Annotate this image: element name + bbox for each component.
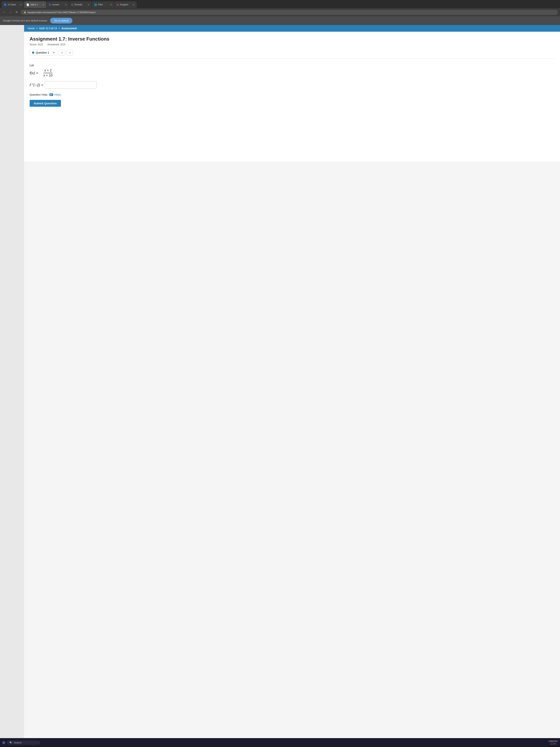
browser-chrome: 🔵 In-Class ✕ 📄 Unit 1: I ✕ G convert ✕ C… — [0, 0, 560, 25]
math-formula: f(x) = x + 2 x + 10 — [30, 69, 555, 77]
tab-in-class[interactable]: 🔵 In-Class ✕ — [1, 1, 24, 8]
question-dot — [32, 52, 34, 54]
video-icon: ▶ — [49, 93, 53, 96]
tab-label-convert: convert — [52, 3, 59, 6]
submit-question-button[interactable]: Submit Question — [30, 100, 61, 107]
search-placeholder: Search — [14, 741, 22, 744]
ticker-change: -0.24% — [549, 743, 558, 745]
fraction-numerator: x + 2 — [44, 69, 52, 73]
video-label: Video — [54, 93, 61, 96]
next-question-button[interactable]: > — [67, 50, 73, 55]
score-label: Score: 0/15 — [30, 43, 43, 46]
sidebar — [0, 25, 24, 747]
tab-icon-assignments: M — [117, 3, 119, 6]
ticker-widget: USD/CNY -0.24% — [549, 740, 558, 745]
question-help: Question Help: ▶ Video — [30, 93, 555, 96]
tab-unit1[interactable]: 📄 Unit 1: I ✕ — [24, 1, 46, 8]
main-content: Home > Math 32 Fall 24 > Assessment Assi… — [24, 25, 560, 747]
banner-text: Google Chrome isn't your default browser — [3, 19, 47, 22]
set-default-button[interactable]: Set as default — [50, 18, 73, 24]
tab-icon-periodic: C — [72, 3, 73, 6]
taskbar-search[interactable]: 🔍 Search — [7, 741, 40, 745]
function-notation: f(x) = — [30, 71, 38, 75]
ticker-symbol: USD/CNY — [549, 740, 558, 743]
address-bar-row: ← → ↻ 🔒 myopenmath.com/assess2/?cid=2462… — [0, 8, 560, 16]
back-button[interactable]: ← — [2, 10, 7, 15]
default-browser-banner: Google Chrome isn't your default browser… — [0, 16, 560, 25]
tab-label-in-class: In-Class — [8, 3, 16, 6]
breadcrumb: Home > Math 32 Fall 24 > Assessment — [24, 25, 560, 32]
tab-icon-convert: G — [49, 3, 51, 6]
tab-close-in-class[interactable]: ✕ — [20, 3, 22, 6]
tab-files[interactable]: 🌐 Files ✕ — [92, 1, 114, 8]
tab-close-files[interactable]: ✕ — [110, 3, 112, 6]
answered-label: Answered: 0/15 — [47, 43, 65, 46]
math-fraction: x + 2 x + 10 — [43, 69, 53, 77]
lock-icon: 🔒 — [24, 11, 26, 14]
tab-label-periodic: Periodic — [74, 3, 82, 6]
taskbar-right: USD/CNY -0.24% — [549, 740, 558, 745]
fraction-denominator: x + 10 — [43, 73, 53, 77]
tab-close-unit1[interactable]: ✕ — [43, 3, 44, 6]
tab-icon-in-class: 🔵 — [4, 3, 7, 6]
question-label: Question 1 — [36, 51, 49, 54]
prev-question-button[interactable]: < — [59, 50, 65, 55]
math-section: Let f(x) = x + 2 x + 10 f−1(−2) = — [30, 64, 555, 107]
address-bar[interactable]: 🔒 myopenmath.com/assess2/?cid=246279&aid… — [21, 10, 558, 15]
page-content: Home > Math 32 Fall 24 > Assessment Assi… — [0, 25, 560, 747]
tab-assignments[interactable]: M Assignm ✕ — [114, 1, 137, 8]
question-dropdown[interactable]: Question 1 ▼ — [30, 50, 57, 55]
tab-label-files: Files — [98, 3, 103, 6]
tab-label-unit1: Unit 1: I — [30, 3, 38, 6]
assignment-meta: Score: 0/15 Answered: 0/15 — [30, 43, 555, 46]
tab-label-assignments: Assignm — [120, 3, 128, 6]
breadcrumb-sep2: > — [58, 27, 60, 30]
breadcrumb-home[interactable]: Home — [28, 27, 35, 30]
taskbar: ⊞ 🔍 Search USD/CNY -0.24% — [0, 738, 560, 747]
assignment-title: Assignment 1.7: Inverse Functions — [30, 36, 555, 42]
breadcrumb-course[interactable]: Math 32 Fall 24 — [39, 27, 57, 30]
tab-convert[interactable]: G convert ✕ — [47, 1, 69, 8]
inverse-line: f−1(−2) = — [30, 81, 555, 88]
breadcrumb-current: Assessment — [61, 27, 77, 30]
windows-start-button[interactable]: ⊞ — [2, 740, 5, 745]
answer-input[interactable] — [45, 81, 97, 88]
let-text: Let — [30, 64, 555, 67]
dropdown-arrow-icon: ▼ — [53, 51, 55, 54]
tab-bar: 🔵 In-Class ✕ 📄 Unit 1: I ✕ G convert ✕ C… — [0, 0, 560, 8]
search-icon: 🔍 — [9, 741, 12, 744]
assignment-container: Assignment 1.7: Inverse Functions Score:… — [24, 32, 560, 161]
tab-icon-unit1: 📄 — [26, 3, 29, 6]
help-label: Question Help: — [30, 93, 48, 96]
tab-icon-files: 🌐 — [94, 3, 97, 6]
tab-close-periodic[interactable]: ✕ — [87, 3, 89, 6]
tab-periodic[interactable]: C Periodic ✕ — [69, 1, 91, 8]
video-link[interactable]: ▶ Video — [49, 93, 61, 96]
tab-close-assignments[interactable]: ✕ — [133, 3, 134, 6]
reload-button[interactable]: ↻ — [15, 10, 19, 15]
tab-close-convert[interactable]: ✕ — [65, 3, 67, 6]
inverse-notation: f−1(−2) = — [30, 83, 43, 87]
address-text: myopenmath.com/assess2/?cid=246279&aid=1… — [27, 11, 96, 14]
question-selector: Question 1 ▼ < > — [30, 50, 555, 58]
forward-button[interactable]: → — [8, 10, 13, 15]
breadcrumb-sep1: > — [36, 27, 37, 30]
